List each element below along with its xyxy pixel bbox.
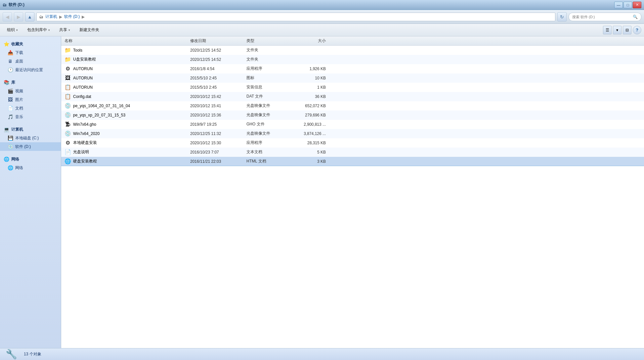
column-name[interactable]: 名称 (64, 38, 190, 44)
file-name: U盘安装教程 (73, 57, 96, 62)
file-table-header: 名称 修改日期 类型 大小 (61, 36, 644, 46)
file-name-cell: 📋 AUTORUN (64, 84, 190, 91)
favorites-icon: ⭐ (3, 41, 9, 47)
file-type-cell: DAT 文件 (246, 94, 293, 99)
status-logo: 🔧 (5, 348, 17, 360)
sidebar-item-c-drive[interactable]: 💾 本地磁盘 (C:) (0, 134, 61, 142)
file-type-icon: 💿 (64, 103, 71, 109)
sidebar-computer-label: 计算机 (11, 127, 23, 132)
table-row[interactable]: 💿 Win7x64_2020 2020/12/25 11:32 光盘映像文件 3… (61, 129, 644, 138)
organize-label: 组织 (7, 27, 15, 33)
file-date-cell: 2020/10/12 15:36 (190, 113, 246, 117)
sidebar-item-music[interactable]: 🎵 音乐 (0, 112, 61, 121)
column-date[interactable]: 修改日期 (190, 38, 246, 44)
video-icon: 🎬 (7, 88, 13, 94)
sidebar-item-desktop[interactable]: 🖥 桌面 (0, 57, 61, 66)
network-icon: 🌐 (3, 156, 9, 162)
breadcrumb-drive[interactable]: 软件 (D:) (64, 14, 80, 20)
table-row[interactable]: 🌐 硬盘安装教程 2016/11/21 22:03 HTML 文档 3 KB (61, 157, 644, 166)
include-library-button[interactable]: 包含到库中 ▾ (23, 25, 54, 35)
pictures-icon: 🖼 (7, 97, 13, 103)
window-title: 软件 (D:) (9, 2, 24, 8)
file-type-icon: 📄 (64, 149, 71, 156)
file-type-cell: 文本文档 (246, 149, 293, 155)
sidebar-item-downloads[interactable]: 📥 下载 (0, 48, 61, 57)
file-type-cell: 光盘映像文件 (246, 131, 293, 136)
file-name: Win7x64_2020 (73, 131, 100, 136)
file-name-cell: 🖼 AUTORUN (64, 75, 190, 81)
file-date-cell: 2020/10/12 15:42 (190, 94, 246, 99)
refresh-button[interactable]: ↻ (557, 12, 567, 22)
table-row[interactable]: 🖼 AUTORUN 2015/5/10 2:45 图标 10 KB (61, 73, 644, 83)
sidebar-item-documents[interactable]: 📄 文档 (0, 104, 61, 112)
share-label: 共享 (59, 27, 67, 33)
table-row[interactable]: 📄 光盘说明 2016/10/23 7:07 文本文档 5 KB (61, 148, 644, 157)
file-date-cell: 2020/12/25 14:52 (190, 48, 246, 53)
sidebar-desktop-label: 桌面 (15, 59, 23, 64)
table-row[interactable]: 🗜 Win7x64.gho 2019/9/7 19:25 GHO 文件 2,90… (61, 120, 644, 129)
file-type-cell: 应用程序 (246, 66, 293, 71)
table-row[interactable]: ⚙ 本地硬盘安装 2020/10/12 15:30 应用程序 28,315 KB (61, 138, 644, 148)
titlebar: 🗂 软件 (D:) — □ ✕ (0, 0, 644, 10)
close-button[interactable]: ✕ (633, 2, 641, 8)
address-icon: 🗂 (39, 15, 43, 19)
file-type-icon: 📋 (64, 84, 71, 91)
network-item-icon: 🌐 (7, 165, 13, 171)
file-type-icon: 💿 (64, 112, 71, 118)
back-button[interactable]: ◀ (3, 12, 12, 22)
up-button[interactable]: ▲ (25, 12, 34, 22)
sidebar-network-section: 🌐 网络 🌐 网络 (0, 155, 61, 172)
file-name: Tools (73, 48, 82, 53)
file-size-cell: 36 KB (293, 94, 332, 99)
sidebar-library-label: 库 (11, 80, 15, 85)
sidebar-computer-header: 💻 计算机 (0, 125, 61, 134)
new-folder-button[interactable]: 新建文件夹 (75, 25, 104, 35)
share-button[interactable]: 共享 ▾ (55, 25, 74, 35)
table-row[interactable]: 📁 U盘安装教程 2020/12/25 14:52 文件夹 (61, 55, 644, 64)
sidebar-network-item-label: 网络 (15, 165, 23, 171)
help-button[interactable]: ? (633, 26, 641, 34)
sidebar-item-pictures[interactable]: 🖼 图片 (0, 95, 61, 104)
column-size[interactable]: 大小 (293, 38, 332, 44)
titlebar-left: 🗂 软件 (D:) (3, 2, 24, 8)
include-arrow: ▾ (48, 28, 50, 32)
preview-pane-button[interactable]: ⊟ (623, 26, 631, 34)
library-icon: 📚 (3, 79, 9, 85)
file-name: pe_yqs_1064_20_07_31_16_04 (73, 104, 130, 108)
forward-button[interactable]: ▶ (14, 12, 23, 22)
file-name-cell: 📋 Config.dat (64, 93, 190, 100)
file-type-cell: 图标 (246, 75, 293, 81)
table-row[interactable]: 📋 Config.dat 2020/10/12 15:42 DAT 文件 36 … (61, 92, 644, 101)
sidebar-favorites-header: ⭐ 收藏夹 (0, 40, 61, 48)
file-name: AUTORUN (73, 85, 93, 90)
window-icon: 🗂 (3, 3, 7, 7)
maximize-button[interactable]: □ (623, 2, 632, 8)
search-input[interactable] (572, 15, 631, 19)
sidebar: ⭐ 收藏夹 📥 下载 🖥 桌面 🕐 最近访问的位置 📚 库 (0, 36, 61, 348)
table-row[interactable]: 📁 Tools 2020/12/25 14:52 文件夹 (61, 46, 644, 55)
sidebar-item-recent[interactable]: 🕐 最近访问的位置 (0, 66, 61, 74)
breadcrumb-computer[interactable]: 计算机 (45, 14, 57, 20)
organize-button[interactable]: 组织 ▾ (3, 25, 22, 35)
table-row[interactable]: 📋 AUTORUN 2015/5/10 2:45 安装信息 1 KB (61, 83, 644, 92)
table-row[interactable]: 💿 pe_yqs_1064_20_07_31_16_04 2020/10/12 … (61, 101, 644, 111)
sidebar-favorites-label: 收藏夹 (11, 41, 23, 47)
file-type-cell: HTML 文档 (246, 158, 293, 164)
sidebar-documents-label: 文档 (15, 106, 23, 111)
statusbar: 🔧 13 个对象 (0, 348, 644, 360)
sidebar-pictures-label: 图片 (15, 97, 23, 103)
sidebar-network-header: 🌐 网络 (0, 155, 61, 163)
view-button[interactable]: ☰ (603, 26, 612, 34)
table-row[interactable]: 💿 pe_yqs_xp_20_07_31_15_53 2020/10/12 15… (61, 111, 644, 120)
file-name: AUTORUN (73, 76, 93, 80)
minimize-button[interactable]: — (614, 2, 623, 8)
table-row[interactable]: ⚙ AUTORUN 2016/1/8 4:54 应用程序 1,926 KB (61, 64, 644, 73)
column-type[interactable]: 类型 (246, 38, 293, 44)
sidebar-item-video[interactable]: 🎬 视频 (0, 87, 61, 95)
address-box[interactable]: 🗂 计算机 ▶ 软件 (D:) ▶ (36, 13, 555, 21)
view-dropdown-button[interactable]: ▾ (613, 26, 622, 34)
sidebar-item-d-drive[interactable]: 💿 软件 (D:) (0, 142, 61, 151)
sidebar-item-network[interactable]: 🌐 网络 (0, 163, 61, 172)
file-name-cell: 💿 Win7x64_2020 (64, 130, 190, 137)
search-box[interactable]: 🔍 (569, 13, 641, 21)
